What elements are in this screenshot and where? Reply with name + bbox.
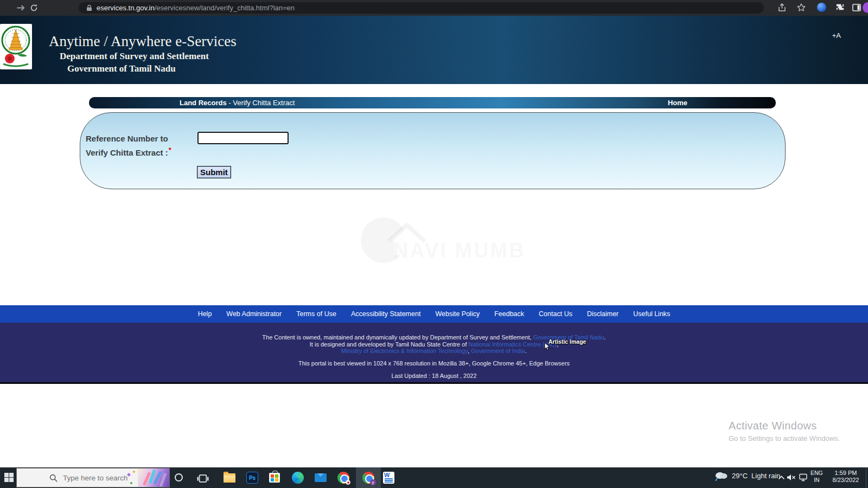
activate-windows-watermark: Activate Windows Go to Settings to activ… xyxy=(729,420,840,442)
verify-chitta-panel: Reference Number to Verify Chitta Extrac… xyxy=(80,112,786,189)
artistic-image-tooltip: Artistic Image xyxy=(548,338,586,345)
footer-link-feedback[interactable]: Feedback xyxy=(494,310,524,318)
language-indicator[interactable]: ENG IN xyxy=(810,470,823,484)
mail-icon[interactable] xyxy=(315,472,327,484)
footer-link-contact-us[interactable]: Contact Us xyxy=(539,310,572,318)
cortana-icon[interactable] xyxy=(175,473,183,481)
footer-link-website-policy[interactable]: Website Policy xyxy=(435,310,480,318)
footer-nav: Help Web Administrator Terms of Use Acce… xyxy=(0,305,868,323)
link-nic[interactable]: National Informatics Centre (NIC) xyxy=(469,341,557,348)
activate-windows-line1: Activate Windows xyxy=(729,420,840,432)
navi-mumbai-watermark-icon: NAVI MUMBAI xyxy=(355,213,524,267)
share-icon[interactable] xyxy=(777,3,787,12)
language-line1: ENG xyxy=(810,470,823,477)
footer-last-updated: Last Updated : 18 August , 2022 xyxy=(0,373,868,380)
extensions-puzzle-icon[interactable] xyxy=(835,3,845,12)
footer-link-terms-of-use[interactable]: Terms of Use xyxy=(296,310,336,318)
start-icon[interactable] xyxy=(4,473,14,482)
footer-best-viewed: This portal is best viewed in 1024 x 768… xyxy=(0,361,868,367)
footer-link-useful-links[interactable]: Useful Links xyxy=(633,310,670,318)
svg-text:NAVI MUMBAI: NAVI MUMBAI xyxy=(393,239,524,262)
language-line2: IN xyxy=(810,477,823,484)
task-view-icon[interactable] xyxy=(197,473,209,485)
word-icon[interactable]: W xyxy=(383,472,395,484)
url-bar[interactable]: eservices.tn.gov.in/eservicesnew/land/ve… xyxy=(79,2,764,14)
forward-icon[interactable] xyxy=(16,3,25,12)
footer-link-help[interactable]: Help xyxy=(198,310,212,318)
site-title: Anytime / Anywhere e-Services xyxy=(49,33,237,50)
lock-icon xyxy=(86,4,92,11)
taskbar: Ps y W xyxy=(0,467,868,488)
footer-link-accessibility-statement[interactable]: Accessibility Statement xyxy=(351,310,421,318)
link-ministry-meity[interactable]: Ministry of Electronics & Information Te… xyxy=(341,348,468,354)
chrome-pinned-badge xyxy=(346,480,350,485)
url-domain: eservices.tn.gov.in xyxy=(97,4,155,12)
reference-number-label: Reference Number to Verify Chitta Extrac… xyxy=(86,133,171,158)
font-size-increase-control[interactable]: +A xyxy=(832,31,841,40)
navi-mumbai-watermark: NAVI MUMBAI xyxy=(355,213,524,269)
link-government-of-india[interactable]: Government of India xyxy=(471,348,525,354)
site-header: Anytime / Anywhere e-Services Department… xyxy=(0,16,868,84)
file-explorer-icon[interactable] xyxy=(224,472,235,484)
clock[interactable]: 1:59 PM 8/23/2022 xyxy=(829,470,863,484)
weather-temp: 29°C xyxy=(732,472,748,480)
site-subtitle-government: Government of Tamil Nadu xyxy=(67,63,176,74)
required-asterisk: * xyxy=(169,146,171,154)
section-title-band: Land Records - Verify Chitta Extract Hom… xyxy=(89,97,776,108)
tray-chevron-icon[interactable] xyxy=(778,476,785,480)
refresh-icon[interactable] xyxy=(29,3,39,12)
search-highlights-art[interactable] xyxy=(138,468,169,487)
photoshop-icon[interactable]: Ps xyxy=(246,472,258,484)
sparkle-icon xyxy=(133,471,135,473)
search-icon xyxy=(49,474,58,482)
section-title-rest: - Verify Chitta Extract xyxy=(227,99,295,107)
reference-number-label-line1: Reference Number to xyxy=(86,133,171,144)
section-title-bold: Land Records xyxy=(180,99,227,107)
weather-desc: Light rain xyxy=(751,472,780,480)
submit-button[interactable]: Submit xyxy=(197,166,231,178)
url-text: eservices.tn.gov.in/eservicesnew/land/ve… xyxy=(97,4,295,12)
home-link[interactable]: Home xyxy=(668,97,687,108)
chrome-profile-badge: y xyxy=(370,479,376,485)
network-icon[interactable] xyxy=(799,473,808,481)
reference-number-label-line2: Verify Chitta Extract :* xyxy=(86,144,171,158)
volume-muted-icon[interactable] xyxy=(787,473,796,481)
mouse-cursor-icon xyxy=(544,342,551,351)
footer-link-web-administrator[interactable]: Web Administrator xyxy=(226,310,282,318)
footer-line-3: Ministry of Electronics & Information Te… xyxy=(0,348,868,355)
reference-number-input[interactable] xyxy=(197,132,289,144)
weather-rain-icon xyxy=(714,470,728,481)
footer-link-disclaimer[interactable]: Disclaimer xyxy=(587,310,618,318)
clock-date: 8/23/2022 xyxy=(829,477,863,484)
side-panel-icon[interactable] xyxy=(852,3,861,12)
profile-avatar[interactable] xyxy=(863,2,868,13)
activate-windows-line2: Go to Settings to activate Windows. xyxy=(729,434,840,442)
site-subtitle-department: Department of Survey and Settlement xyxy=(60,51,209,62)
footer-content: The Content is owned, maintained and dyn… xyxy=(0,323,868,384)
tn-govt-logo xyxy=(0,24,32,69)
extension-blue-icon[interactable] xyxy=(817,3,826,12)
edge-icon[interactable] xyxy=(292,472,304,484)
sparkle-icon xyxy=(130,482,132,484)
clock-time: 1:59 PM xyxy=(829,470,863,477)
ms-store-icon[interactable] xyxy=(269,472,281,484)
browser-toolbar: eservices.tn.gov.in/eservicesnew/land/ve… xyxy=(0,0,868,16)
chrome-icon[interactable] xyxy=(337,472,349,484)
show-desktop-button[interactable] xyxy=(866,467,868,488)
search-input[interactable] xyxy=(63,474,133,482)
tamil-nadu-seal-icon xyxy=(1,25,31,68)
taskbar-search-box[interactable] xyxy=(16,468,170,487)
url-path: /eservicesnew/land/verify_chitta.html?la… xyxy=(155,4,295,12)
footer-line-2: It is designed and developed by Tamil Na… xyxy=(0,342,868,348)
footer-line-1: The Content is owned, maintained and dyn… xyxy=(0,335,868,341)
chrome-profile-icon[interactable]: y xyxy=(362,472,374,484)
screen: eservices.tn.gov.in/eservicesnew/land/ve… xyxy=(0,0,868,488)
bookmark-star-icon[interactable] xyxy=(796,3,806,12)
weather-widget[interactable]: 29°C Light rain xyxy=(714,470,781,481)
